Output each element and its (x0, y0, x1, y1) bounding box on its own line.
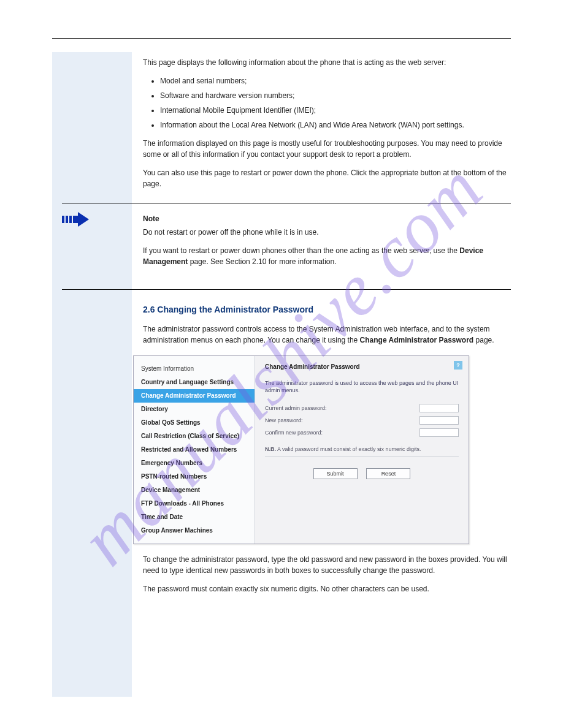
panel-note-text: A valid password must consist of exactly… (277, 446, 421, 452)
intro-bullet-list: Model and serial numbers; Software and h… (143, 75, 511, 131)
field-row-confirm: Confirm new password: (265, 428, 459, 437)
new-password-input[interactable] (419, 416, 459, 425)
sidebar-item-group-answer-machines[interactable]: Group Answer Machines (134, 524, 255, 537)
svg-rect-2 (69, 216, 72, 223)
help-icon[interactable]: ? (454, 361, 462, 370)
header-rule (52, 38, 511, 39)
note-text-2a: If you want to restart or power down pho… (143, 246, 458, 255)
panel-description: The administrator password is used to ac… (265, 380, 459, 394)
section-paragraph-1: The administrator password controls acce… (143, 324, 511, 346)
note-text-2: If you want to restart or power down pho… (143, 245, 511, 267)
section-paragraph-2: To change the administrator password, ty… (143, 554, 511, 576)
sidebar-item-ftp-downloads[interactable]: FTP Downloads - All Phones (134, 497, 255, 510)
sidebar-item-call-restriction[interactable]: Call Restriction (Class of Service) (134, 430, 255, 443)
field-row-current: Current admin password: (265, 404, 459, 412)
sidebar-item-device-management[interactable]: Device Management (134, 483, 255, 497)
svg-rect-3 (73, 216, 78, 223)
svg-marker-4 (78, 212, 89, 227)
note-text-2b: page. See Section 2.10 for more informat… (190, 257, 337, 266)
section-heading: 2.6 Changing the Administrator Password (143, 303, 511, 316)
sidebar-item-emergency-numbers[interactable]: Emergency Numbers (134, 457, 255, 470)
panel-title: Change Administrator Password (265, 362, 459, 371)
panel-note: N.B. A valid password must consist of ex… (265, 446, 459, 454)
sidebar-item-pstn-routed[interactable]: PSTN-routed Numbers (134, 470, 255, 483)
current-password-label: Current admin password: (265, 404, 419, 413)
confirm-password-label: Confirm new password: (265, 429, 419, 438)
svg-rect-0 (62, 216, 64, 223)
confirm-password-input[interactable] (419, 428, 459, 437)
section-p1-emph: Change Administrator Password (360, 336, 474, 344)
section-p1-b: page. (476, 336, 494, 344)
sidebar-item-change-admin-password[interactable]: Change Administrator Password (134, 389, 255, 403)
intro-bullet: International Mobile Equipment Identifie… (160, 105, 511, 116)
svg-rect-1 (66, 216, 68, 223)
panel-note-prefix: N.B. (265, 446, 276, 452)
sidebar-item-country-language[interactable]: Country and Language Settings (134, 376, 255, 389)
note-label: Note (143, 213, 511, 224)
new-password-label: New password: (265, 417, 419, 425)
sidebar-item-time-date[interactable]: Time and Date (134, 510, 255, 524)
figure-main-panel: Change Administrator Password ? The admi… (255, 356, 469, 544)
intro-bullet: Model and serial numbers; (160, 75, 511, 86)
intro-bullet: Information about the Local Area Network… (160, 119, 511, 131)
field-row-new: New password: (265, 416, 459, 425)
panel-button-row: Submit Reset (265, 468, 459, 479)
intro-paragraph-3: You can also use this page to restart or… (143, 167, 511, 189)
sidebar-item-system-information[interactable]: System Information (134, 362, 255, 376)
section-paragraph-3: The password must contain exactly six nu… (143, 583, 511, 594)
main-content: This page displays the following informa… (132, 52, 511, 602)
panel-divider (265, 457, 459, 457)
note-arrow-icon (62, 211, 93, 229)
submit-button[interactable]: Submit (313, 468, 358, 479)
intro-bullet: Software and hardware version numbers; (160, 90, 511, 101)
note-text-1: Do not restart or power off the phone wh… (143, 227, 511, 238)
left-margin-panel (52, 52, 132, 697)
embedded-ui-figure: System Information Country and Language … (133, 355, 469, 544)
sidebar-item-directory[interactable]: Directory (134, 403, 255, 416)
current-password-input[interactable] (419, 404, 459, 412)
sidebar-item-global-qos[interactable]: Global QoS Settings (134, 416, 255, 430)
note-block: Note Do not restart or power off the pho… (62, 203, 511, 290)
intro-paragraph-1: This page displays the following informa… (143, 57, 511, 68)
figure-sidebar: System Information Country and Language … (134, 356, 255, 544)
intro-paragraph-2: The information displayed on this page i… (143, 138, 511, 160)
reset-button[interactable]: Reset (366, 468, 410, 479)
sidebar-item-restricted-allowed[interactable]: Restricted and Allowed Numbers (134, 443, 255, 457)
